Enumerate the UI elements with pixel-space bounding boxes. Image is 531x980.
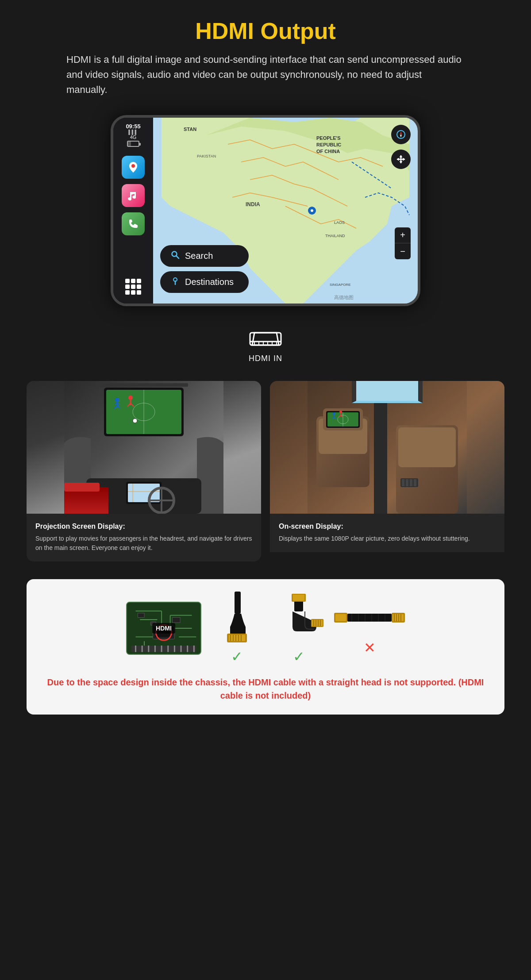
hdmi-in-section: HDMI IN <box>248 328 283 363</box>
svg-rect-126 <box>335 614 346 621</box>
hdmi-icon <box>248 328 283 350</box>
pcb-image: HDMI <box>126 602 201 655</box>
pcb-accessory: HDMI <box>126 602 201 655</box>
grid-dot-9 <box>137 290 141 295</box>
page-title: HDMI Output <box>195 18 336 44</box>
svg-text:INDIA: INDIA <box>246 201 260 208</box>
svg-rect-110 <box>229 635 245 641</box>
svg-rect-74 <box>398 427 456 467</box>
svg-point-41 <box>128 396 133 400</box>
svg-point-65 <box>333 412 335 415</box>
svg-text:高德地图: 高德地图 <box>334 295 354 300</box>
straight-cable-svg <box>334 600 405 636</box>
svg-rect-80 <box>374 403 387 514</box>
battery-fill <box>128 142 131 146</box>
svg-text:OF CHINA: OF CHINA <box>316 149 340 154</box>
hdmi-in-label: HDMI IN <box>249 354 282 363</box>
svg-rect-93 <box>173 618 181 623</box>
svg-text:PEOPLE'S: PEOPLE'S <box>316 135 341 141</box>
bottom-card: HDMI ✓ <box>27 579 504 715</box>
svg-text:REPUBLIC: REPUBLIC <box>316 142 341 147</box>
projection-photo <box>27 381 261 514</box>
onscreen-photo <box>270 381 504 514</box>
svg-rect-91 <box>138 613 144 618</box>
svg-text:STAN: STAN <box>184 127 196 132</box>
grid-dot-8 <box>131 290 135 295</box>
grid-dot-1 <box>125 279 130 283</box>
search-button[interactable]: Search <box>160 245 249 267</box>
svg-point-69 <box>339 411 342 413</box>
music-app-icon[interactable] <box>122 184 145 207</box>
zoom-in-button[interactable]: + <box>395 227 411 243</box>
projection-screen-card: Projection Screen Display: Support to pl… <box>27 381 261 561</box>
map-actions: Search Destinations <box>160 245 249 293</box>
svg-rect-108 <box>235 592 241 614</box>
move-button[interactable] <box>391 150 411 169</box>
svg-rect-57 <box>356 381 418 401</box>
hdmi-accessories: HDMI ✓ <box>39 592 492 665</box>
page-description: HDMI is a full digital image and sound-s… <box>66 52 465 97</box>
svg-text:SINGAPORE: SINGAPORE <box>330 283 351 287</box>
onscreen-display-card: On-screen Display: Displays the same 108… <box>270 381 504 561</box>
destinations-label: Destinations <box>185 277 234 287</box>
destinations-button[interactable]: Destinations <box>160 271 249 293</box>
grid-dot-7 <box>125 290 130 295</box>
svg-rect-29 <box>100 383 188 387</box>
compass-button[interactable] <box>391 125 411 144</box>
grid-dot-2 <box>131 279 135 283</box>
phone-sidebar: 09:55 ▌▌▌ 4G <box>113 118 153 304</box>
grid-dot-4 <box>125 284 130 289</box>
zoom-out-button[interactable]: − <box>395 243 411 259</box>
onscreen-caption: On-screen Display: Displays the same 108… <box>270 514 504 552</box>
search-label: Search <box>185 251 213 261</box>
svg-text:PAKISTAN: PAKISTAN <box>197 154 216 158</box>
status-signal: ▌▌▌ <box>128 130 138 135</box>
home-grid-icon[interactable] <box>122 275 145 298</box>
svg-rect-94 <box>131 646 196 652</box>
bottom-warning-text: Due to the space design inside the chass… <box>39 676 492 702</box>
svg-text:THAILAND: THAILAND <box>325 234 345 238</box>
phone-screen: 09:55 ▌▌▌ 4G <box>113 118 418 304</box>
onscreen-title: On-screen Display: <box>279 523 496 530</box>
svg-point-35 <box>115 398 119 402</box>
battery-icon <box>127 141 139 147</box>
svg-rect-118 <box>293 595 304 601</box>
map-controls <box>391 125 411 169</box>
map-area: STAN PEOPLE'S REPUBLIC OF CHINA PAKISTAN… <box>153 118 418 304</box>
l-connector-check: ✓ <box>231 648 243 665</box>
search-icon <box>171 250 180 261</box>
phone-mockup: 09:55 ▌▌▌ 4G <box>111 115 420 306</box>
svg-line-17 <box>177 256 179 259</box>
angled-adapter-accessory: ✓ <box>272 592 325 665</box>
angled-adapter-check: ✓ <box>293 648 305 665</box>
angled-adapter-svg <box>272 592 325 645</box>
status-time: 09:55 <box>126 123 140 130</box>
l-connector-accessory: ✓ <box>210 592 263 665</box>
svg-rect-79 <box>414 479 416 486</box>
phone-app-icon[interactable] <box>122 212 145 235</box>
svg-point-45 <box>133 419 137 423</box>
photo-grid: Projection Screen Display: Support to pl… <box>27 381 504 561</box>
projection-caption: Projection Screen Display: Support to pl… <box>27 514 261 561</box>
svg-point-13 <box>311 209 313 212</box>
grid-dot-5 <box>131 284 135 289</box>
l-connector-svg <box>210 592 263 645</box>
svg-rect-51 <box>64 483 100 492</box>
svg-rect-77 <box>406 479 408 486</box>
projection-body: Support to play movies for passengers in… <box>35 534 252 553</box>
straight-cable-x: ✕ <box>364 639 376 656</box>
maps-app-icon[interactable] <box>122 156 145 179</box>
svg-rect-78 <box>410 479 412 486</box>
phone-mockup-wrapper: 09:55 ▌▌▌ 4G <box>111 115 420 306</box>
pcb-hdmi-label: HDMI <box>152 623 175 634</box>
status-4g: 4G <box>130 135 137 140</box>
svg-rect-76 <box>402 479 404 486</box>
pin-icon <box>171 277 180 288</box>
grid-dot-3 <box>137 279 141 283</box>
straight-cable-accessory: ✕ <box>334 600 405 656</box>
zoom-controls: + − <box>395 227 411 259</box>
status-bar: 09:55 ▌▌▌ 4G <box>126 123 140 147</box>
projection-title: Projection Screen Display: <box>35 523 252 530</box>
svg-text:LAOS: LAOS <box>334 220 345 225</box>
grid-dot-6 <box>137 284 141 289</box>
